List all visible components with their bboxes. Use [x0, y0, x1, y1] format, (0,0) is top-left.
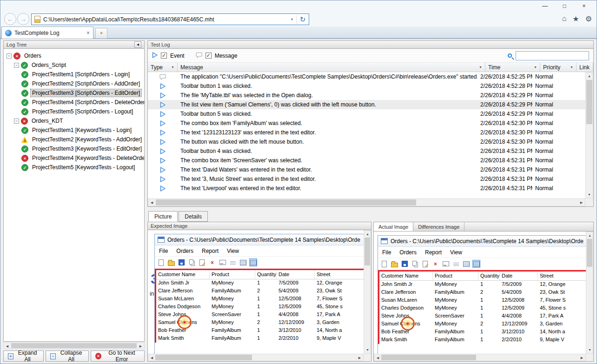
menu-report[interactable]: Report	[421, 249, 446, 256]
column-filter-icon[interactable]: ▼	[479, 66, 482, 69]
column-filter-icon[interactable]: ▼	[534, 66, 537, 69]
picture-horizontal-scrollbar[interactable]: ◀ ▶	[148, 354, 364, 361]
column-message[interactable]: Message ▼	[178, 63, 485, 72]
tree-node[interactable]: ×ProjectTestItem4 [KeywordTests - Delete…	[4, 153, 144, 163]
new-icon[interactable]	[380, 260, 388, 268]
grid-row[interactable]: Susan McLarenMyMoney112/5/20087, Flower …	[156, 295, 371, 303]
picture-vertical-scrollbar[interactable]: ▲ ▼	[364, 230, 371, 354]
menu-orders[interactable]: Orders	[172, 248, 198, 254]
scroll-right-icon[interactable]: ▶	[356, 354, 363, 361]
tree-node-label[interactable]: ProjectTestItem4 [KeywordTests - DeleteO…	[31, 154, 145, 162]
tree-node-label[interactable]: ProjectTestItem4 [Script\Orders - Delete…	[31, 99, 145, 106]
grid-column-header[interactable]: Customer Name	[379, 271, 433, 280]
save-icon[interactable]	[401, 260, 409, 268]
grid-icon[interactable]	[239, 258, 247, 266]
tree-node[interactable]: −×Orders	[4, 51, 144, 60]
scroll-right-icon[interactable]: ▶	[578, 199, 585, 206]
tab-actual-image[interactable]: Actual Image	[374, 222, 413, 231]
scroll-left-icon[interactable]: ◀	[148, 199, 155, 206]
grid-row[interactable]: John Smith JrMyMoney17/5/200912, Orange	[379, 281, 594, 289]
minimize-icon[interactable]: —	[535, 1, 555, 11]
tree-node-label[interactable]: ProjectTestItem2 [Script\Orders - AddOrd…	[31, 80, 141, 87]
tree-node-label[interactable]: Orders	[23, 52, 43, 60]
settings-gear-icon[interactable]: ⚙	[585, 14, 592, 23]
home-icon[interactable]: ⌂	[562, 14, 567, 23]
log-row[interactable]: The combo box item 'FamilyAlbum' was sel…	[148, 119, 585, 128]
close-icon[interactable]: ×	[574, 1, 594, 11]
delete-icon[interactable]: ×	[431, 260, 439, 268]
grid-column-header[interactable]: Quantity	[478, 271, 500, 280]
back-icon[interactable]: ←	[4, 13, 16, 25]
log-horizontal-scrollbar[interactable]: ◀ ▶	[148, 199, 585, 206]
scroll-down-icon[interactable]: ▼	[364, 346, 371, 353]
scroll-left-icon[interactable]: ◀	[374, 354, 381, 361]
tree-node-label[interactable]: Orders_Script	[30, 61, 67, 69]
grid-row[interactable]: Mark SmithFamilyAlbum12/2/20109, Maple V	[379, 336, 594, 344]
browser-tab[interactable]: TestComplete Log ×	[1, 26, 93, 39]
tree-horizontal-scrollbar[interactable]: ◀ ▶	[3, 342, 145, 349]
log-row[interactable]: The text 'Liverpool' was entered in the …	[148, 184, 585, 193]
tree-node[interactable]: ✓ProjectTestItem3 [Script\Orders - EditO…	[4, 88, 144, 98]
log-row[interactable]: Toolbar button 5 was clicked.2/26/2018 4…	[148, 109, 585, 119]
menu-file[interactable]: File	[378, 249, 395, 256]
log-row[interactable]: The application "C:\Users\Public\Documen…	[148, 72, 585, 81]
menu-orders[interactable]: Orders	[395, 249, 421, 256]
field-icon[interactable]	[219, 258, 226, 266]
field-icon[interactable]	[442, 260, 450, 268]
tree-node-label[interactable]: ProjectTestItem3 [Script\Orders - EditOr…	[31, 89, 141, 97]
log-row[interactable]: The file 'MyTable.tbl' was selected in t…	[148, 91, 585, 100]
grid-row[interactable]: Clare JeffersonFamilyAlbum25/4/200923, O…	[156, 287, 371, 295]
new-tab-button[interactable]: ✦	[95, 28, 107, 39]
log-row[interactable]: The text 'David Waters' was entered in t…	[148, 165, 585, 174]
column-filter-icon[interactable]: ▼	[171, 66, 174, 69]
scrollbar-thumb[interactable]	[11, 343, 137, 348]
picture-horizontal-scrollbar[interactable]: ◀ ▶	[374, 354, 586, 361]
tree-node[interactable]: ✓ProjectTestItem5 [KeywordTests - Logout…	[4, 163, 144, 172]
grid-row[interactable]: John Smith JrMyMoney17/5/200912, Orange	[156, 279, 371, 287]
save-icon[interactable]	[178, 258, 186, 266]
tree-node[interactable]: −×Orders_KDT	[4, 116, 144, 126]
log-row[interactable]: Toolbar button 1 was clicked.2/26/2018 4…	[148, 81, 585, 91]
tab-differences-image[interactable]: Differences Image	[413, 222, 464, 231]
copy-icon[interactable]	[188, 258, 196, 266]
grid-row[interactable]: Clare JeffersonFamilyAlbum25/4/200923, O…	[379, 289, 594, 297]
tree-node[interactable]: !ProjectTestItem2 [KeywordTests - AddOrd…	[4, 135, 144, 144]
grid-column-header[interactable]: Street	[538, 271, 594, 280]
menu-view[interactable]: View	[446, 249, 466, 256]
tree-node[interactable]: ✓ProjectTestItem3 [KeywordTests - EditOr…	[4, 144, 144, 153]
scroll-up-icon[interactable]: ▲	[364, 231, 371, 238]
refresh-icon[interactable]: ↻	[297, 15, 309, 24]
grid-column-header[interactable]: Product	[433, 271, 478, 280]
scroll-up-icon[interactable]: ▲	[586, 232, 593, 239]
scrollbar-thumb[interactable]	[156, 199, 416, 205]
column-filter-icon[interactable]: ▼	[570, 66, 573, 69]
tab-close-icon[interactable]: ×	[86, 30, 90, 36]
column-time[interactable]: Time ▼	[485, 63, 540, 72]
menu-view[interactable]: View	[223, 248, 243, 254]
table-view-icon[interactable]	[249, 258, 257, 266]
tree-node[interactable]: ✓ProjectTestItem2 [Script\Orders - AddOr…	[4, 79, 144, 88]
log-row[interactable]: The combo box item 'ScreenSaver' was sel…	[148, 156, 585, 165]
scroll-down-icon[interactable]: ▼	[586, 346, 593, 353]
address-dropdown-icon[interactable]: ▾	[288, 17, 296, 21]
column-priority[interactable]: Priority ▼	[540, 63, 577, 72]
grid-row[interactable]: Mark SmithFamilyAlbum12/2/20109, Maple V	[156, 335, 371, 343]
go-to-next-error-button[interactable]: × Go to Next Error	[91, 351, 145, 362]
column-link[interactable]: Link	[577, 63, 593, 72]
properties-icon[interactable]	[421, 260, 429, 268]
grid-column-header[interactable]: Product	[210, 270, 255, 279]
column-type[interactable]: Type ▼	[148, 63, 178, 72]
scrollbar-thumb[interactable]	[587, 239, 592, 267]
tree-node-label[interactable]: ProjectTestItem1 [KeywordTests - Login]	[31, 126, 133, 134]
tree-node[interactable]: ✓ProjectTestItem5 [Script\Orders - Logou…	[4, 107, 144, 116]
grid-column-header[interactable]: Date	[277, 270, 315, 279]
log-row[interactable]: The button was clicked with the left mou…	[148, 137, 585, 146]
picture-vertical-scrollbar[interactable]: ▲ ▼	[586, 232, 593, 354]
tree-node-label[interactable]: ProjectTestItem5 [KeywordTests - Logout]	[31, 164, 136, 171]
open-icon[interactable]	[167, 258, 175, 266]
scrollbar-thumb[interactable]	[586, 80, 592, 124]
outline-icon[interactable]	[452, 260, 460, 268]
favorites-icon[interactable]: ★	[572, 14, 579, 23]
tab-picture[interactable]: Picture	[148, 211, 178, 222]
tab-details[interactable]: Details	[179, 211, 208, 222]
